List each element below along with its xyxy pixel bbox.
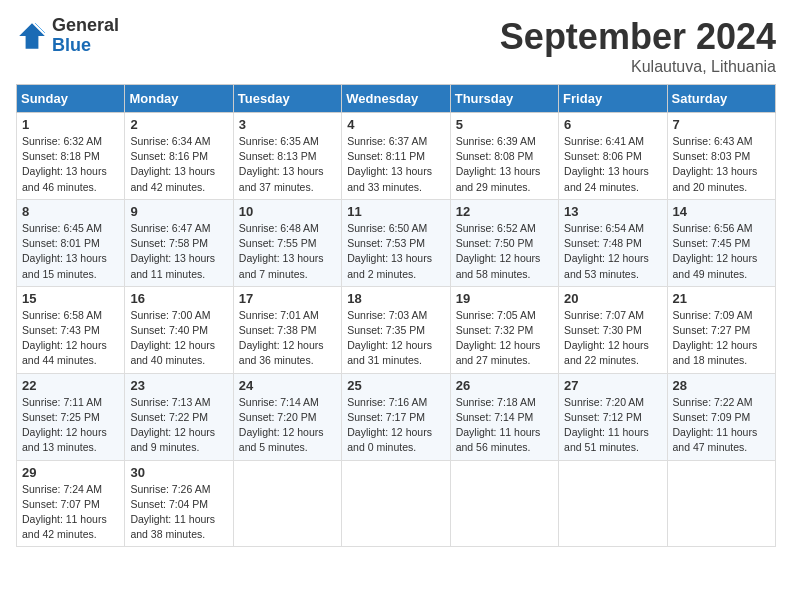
calendar-cell: 25Sunrise: 7:16 AMSunset: 7:17 PMDayligh… <box>342 373 450 460</box>
cell-text: Sunrise: 7:00 AMSunset: 7:40 PMDaylight:… <box>130 308 227 369</box>
calendar-cell: 23Sunrise: 7:13 AMSunset: 7:22 PMDayligh… <box>125 373 233 460</box>
cell-text: Sunrise: 6:39 AMSunset: 8:08 PMDaylight:… <box>456 134 553 195</box>
calendar-cell: 27Sunrise: 7:20 AMSunset: 7:12 PMDayligh… <box>559 373 667 460</box>
calendar-cell <box>559 460 667 547</box>
calendar-week-row: 1Sunrise: 6:32 AMSunset: 8:18 PMDaylight… <box>17 113 776 200</box>
calendar-cell: 12Sunrise: 6:52 AMSunset: 7:50 PMDayligh… <box>450 199 558 286</box>
logo-text: General Blue <box>52 16 119 56</box>
logo: General Blue <box>16 16 119 56</box>
calendar-cell <box>667 460 775 547</box>
day-number: 18 <box>347 291 444 306</box>
cell-text: Sunrise: 7:01 AMSunset: 7:38 PMDaylight:… <box>239 308 336 369</box>
weekday-header: Monday <box>125 85 233 113</box>
calendar-cell: 5Sunrise: 6:39 AMSunset: 8:08 PMDaylight… <box>450 113 558 200</box>
day-number: 21 <box>673 291 770 306</box>
calendar-cell <box>233 460 341 547</box>
cell-text: Sunrise: 7:26 AMSunset: 7:04 PMDaylight:… <box>130 482 227 543</box>
weekday-header-row: SundayMondayTuesdayWednesdayThursdayFrid… <box>17 85 776 113</box>
day-number: 25 <box>347 378 444 393</box>
cell-text: Sunrise: 6:41 AMSunset: 8:06 PMDaylight:… <box>564 134 661 195</box>
calendar-cell: 9Sunrise: 6:47 AMSunset: 7:58 PMDaylight… <box>125 199 233 286</box>
cell-text: Sunrise: 6:47 AMSunset: 7:58 PMDaylight:… <box>130 221 227 282</box>
calendar-cell: 19Sunrise: 7:05 AMSunset: 7:32 PMDayligh… <box>450 286 558 373</box>
cell-text: Sunrise: 7:09 AMSunset: 7:27 PMDaylight:… <box>673 308 770 369</box>
cell-text: Sunrise: 7:03 AMSunset: 7:35 PMDaylight:… <box>347 308 444 369</box>
cell-text: Sunrise: 7:05 AMSunset: 7:32 PMDaylight:… <box>456 308 553 369</box>
cell-text: Sunrise: 6:54 AMSunset: 7:48 PMDaylight:… <box>564 221 661 282</box>
day-number: 15 <box>22 291 119 306</box>
day-number: 1 <box>22 117 119 132</box>
day-number: 22 <box>22 378 119 393</box>
day-number: 13 <box>564 204 661 219</box>
weekday-header: Friday <box>559 85 667 113</box>
day-number: 3 <box>239 117 336 132</box>
day-number: 30 <box>130 465 227 480</box>
day-number: 24 <box>239 378 336 393</box>
calendar-cell: 16Sunrise: 7:00 AMSunset: 7:40 PMDayligh… <box>125 286 233 373</box>
day-number: 28 <box>673 378 770 393</box>
cell-text: Sunrise: 7:07 AMSunset: 7:30 PMDaylight:… <box>564 308 661 369</box>
calendar-cell: 13Sunrise: 6:54 AMSunset: 7:48 PMDayligh… <box>559 199 667 286</box>
calendar-cell: 30Sunrise: 7:26 AMSunset: 7:04 PMDayligh… <box>125 460 233 547</box>
weekday-header: Thursday <box>450 85 558 113</box>
calendar-week-row: 8Sunrise: 6:45 AMSunset: 8:01 PMDaylight… <box>17 199 776 286</box>
cell-text: Sunrise: 7:14 AMSunset: 7:20 PMDaylight:… <box>239 395 336 456</box>
day-number: 26 <box>456 378 553 393</box>
month-title: September 2024 <box>500 16 776 58</box>
calendar-cell: 22Sunrise: 7:11 AMSunset: 7:25 PMDayligh… <box>17 373 125 460</box>
cell-text: Sunrise: 7:13 AMSunset: 7:22 PMDaylight:… <box>130 395 227 456</box>
calendar-cell: 1Sunrise: 6:32 AMSunset: 8:18 PMDaylight… <box>17 113 125 200</box>
day-number: 11 <box>347 204 444 219</box>
calendar-cell: 3Sunrise: 6:35 AMSunset: 8:13 PMDaylight… <box>233 113 341 200</box>
day-number: 9 <box>130 204 227 219</box>
cell-text: Sunrise: 7:20 AMSunset: 7:12 PMDaylight:… <box>564 395 661 456</box>
svg-marker-0 <box>19 23 45 49</box>
calendar-cell <box>342 460 450 547</box>
day-number: 23 <box>130 378 227 393</box>
day-number: 4 <box>347 117 444 132</box>
cell-text: Sunrise: 7:22 AMSunset: 7:09 PMDaylight:… <box>673 395 770 456</box>
day-number: 17 <box>239 291 336 306</box>
cell-text: Sunrise: 7:24 AMSunset: 7:07 PMDaylight:… <box>22 482 119 543</box>
weekday-header: Saturday <box>667 85 775 113</box>
day-number: 14 <box>673 204 770 219</box>
calendar-week-row: 22Sunrise: 7:11 AMSunset: 7:25 PMDayligh… <box>17 373 776 460</box>
calendar-cell: 6Sunrise: 6:41 AMSunset: 8:06 PMDaylight… <box>559 113 667 200</box>
day-number: 12 <box>456 204 553 219</box>
cell-text: Sunrise: 6:52 AMSunset: 7:50 PMDaylight:… <box>456 221 553 282</box>
day-number: 29 <box>22 465 119 480</box>
calendar-cell: 18Sunrise: 7:03 AMSunset: 7:35 PMDayligh… <box>342 286 450 373</box>
calendar-cell: 4Sunrise: 6:37 AMSunset: 8:11 PMDaylight… <box>342 113 450 200</box>
cell-text: Sunrise: 6:56 AMSunset: 7:45 PMDaylight:… <box>673 221 770 282</box>
calendar-cell: 15Sunrise: 6:58 AMSunset: 7:43 PMDayligh… <box>17 286 125 373</box>
calendar-cell: 24Sunrise: 7:14 AMSunset: 7:20 PMDayligh… <box>233 373 341 460</box>
location: Kulautuva, Lithuania <box>500 58 776 76</box>
calendar-week-row: 15Sunrise: 6:58 AMSunset: 7:43 PMDayligh… <box>17 286 776 373</box>
calendar-cell: 28Sunrise: 7:22 AMSunset: 7:09 PMDayligh… <box>667 373 775 460</box>
calendar-cell: 11Sunrise: 6:50 AMSunset: 7:53 PMDayligh… <box>342 199 450 286</box>
calendar-cell: 2Sunrise: 6:34 AMSunset: 8:16 PMDaylight… <box>125 113 233 200</box>
cell-text: Sunrise: 6:43 AMSunset: 8:03 PMDaylight:… <box>673 134 770 195</box>
weekday-header: Wednesday <box>342 85 450 113</box>
calendar-cell: 20Sunrise: 7:07 AMSunset: 7:30 PMDayligh… <box>559 286 667 373</box>
cell-text: Sunrise: 6:32 AMSunset: 8:18 PMDaylight:… <box>22 134 119 195</box>
day-number: 7 <box>673 117 770 132</box>
calendar-cell: 26Sunrise: 7:18 AMSunset: 7:14 PMDayligh… <box>450 373 558 460</box>
day-number: 20 <box>564 291 661 306</box>
day-number: 10 <box>239 204 336 219</box>
cell-text: Sunrise: 6:58 AMSunset: 7:43 PMDaylight:… <box>22 308 119 369</box>
day-number: 5 <box>456 117 553 132</box>
cell-text: Sunrise: 6:34 AMSunset: 8:16 PMDaylight:… <box>130 134 227 195</box>
day-number: 2 <box>130 117 227 132</box>
day-number: 27 <box>564 378 661 393</box>
cell-text: Sunrise: 6:37 AMSunset: 8:11 PMDaylight:… <box>347 134 444 195</box>
weekday-header: Sunday <box>17 85 125 113</box>
calendar-cell: 14Sunrise: 6:56 AMSunset: 7:45 PMDayligh… <box>667 199 775 286</box>
calendar-table: SundayMondayTuesdayWednesdayThursdayFrid… <box>16 84 776 547</box>
logo-general: General <box>52 16 119 36</box>
cell-text: Sunrise: 7:11 AMSunset: 7:25 PMDaylight:… <box>22 395 119 456</box>
weekday-header: Tuesday <box>233 85 341 113</box>
day-number: 16 <box>130 291 227 306</box>
cell-text: Sunrise: 7:16 AMSunset: 7:17 PMDaylight:… <box>347 395 444 456</box>
calendar-cell: 8Sunrise: 6:45 AMSunset: 8:01 PMDaylight… <box>17 199 125 286</box>
